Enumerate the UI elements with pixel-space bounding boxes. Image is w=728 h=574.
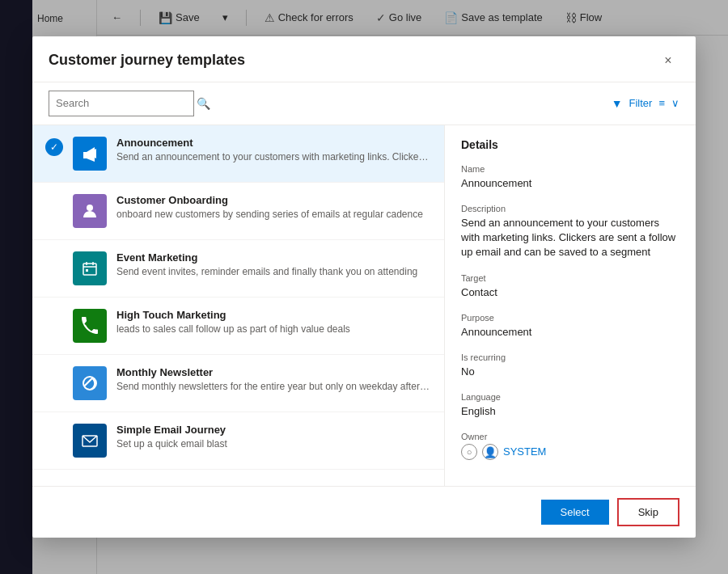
details-heading: Details [461, 138, 679, 151]
detail-recurring-label: Is recurring [461, 352, 679, 362]
detail-description-value: Send an announcement to your customers w… [461, 216, 679, 260]
simple-email-name: Simple Email Journey [116, 424, 431, 436]
dialog-body: ✓ Announcement Send an announcement to y… [32, 125, 696, 487]
search-box[interactable]: 🔍 [49, 91, 194, 116]
detail-language-value: English [461, 404, 679, 419]
high-touch-icon [73, 309, 107, 343]
detail-name-label: Name [461, 164, 679, 174]
template-item-customer-onboarding[interactable]: Customer Onboarding onboard new customer… [32, 183, 444, 240]
template-item-high-touch[interactable]: High Touch Marketing leads to sales call… [32, 298, 444, 355]
high-touch-text: High Touch Marketing leads to sales call… [116, 309, 431, 335]
announcement-text: Announcement Send an announcement to you… [116, 137, 431, 162]
event-marketing-name: Event Marketing [116, 251, 431, 264]
detail-language-field: Language English [461, 392, 679, 419]
selected-check-icon: ✓ [45, 138, 63, 156]
template-item-announcement[interactable]: ✓ Announcement Send an announcement to y… [32, 125, 444, 183]
search-input[interactable] [56, 97, 192, 109]
detail-owner-value[interactable]: SYSTEM [503, 445, 546, 459]
detail-purpose-value: Announcement [461, 325, 679, 340]
dialog-toolbar: 🔍 ▼ Filter ≡ ∨ [32, 82, 696, 125]
skip-button[interactable]: Skip [617, 498, 679, 526]
customer-onboarding-name: Customer Onboarding [116, 194, 431, 206]
event-marketing-icon [73, 251, 107, 285]
sort-icon: ≡ [658, 97, 665, 109]
detail-purpose-field: Purpose Announcement [461, 313, 679, 340]
customer-onboarding-text: Customer Onboarding onboard new customer… [116, 194, 431, 220]
modal-overlay: Customer journey templates × 🔍 ▼ Filter … [0, 0, 728, 574]
svg-rect-1 [83, 264, 96, 275]
announcement-desc: Send an announcement to your customers w… [116, 151, 431, 162]
event-marketing-text: Event Marketing Send event invites, remi… [116, 251, 431, 277]
owner-person-icon: 👤 [482, 444, 498, 460]
template-item-simple-email[interactable]: Simple Email Journey Set up a quick emai… [32, 412, 444, 470]
detail-language-label: Language [461, 392, 679, 402]
details-panel: Details Name Announcement Description Se… [445, 125, 696, 487]
event-marketing-desc: Send event invites, reminder emails and … [116, 266, 431, 277]
svg-point-0 [87, 205, 93, 211]
detail-description-field: Description Send an announcement to your… [461, 204, 679, 260]
announcement-name: Announcement [116, 137, 431, 149]
monthly-newsletter-text: Monthly Newsletter Send monthly newslett… [116, 366, 431, 392]
filter-icon: ▼ [612, 97, 623, 110]
owner-circle-icon: ○ [461, 444, 477, 460]
dialog-header: Customer journey templates × [32, 36, 696, 82]
detail-owner-field: Owner ○ 👤 SYSTEM [461, 432, 679, 460]
detail-purpose-label: Purpose [461, 313, 679, 323]
owner-row: ○ 👤 SYSTEM [461, 444, 679, 460]
customer-onboarding-desc: onboard new customers by sending series … [116, 209, 431, 220]
monthly-newsletter-name: Monthly Newsletter [116, 366, 431, 378]
select-button[interactable]: Select [541, 500, 609, 525]
filter-button[interactable]: ▼ Filter ≡ ∨ [612, 97, 679, 110]
monthly-newsletter-icon [73, 366, 107, 400]
detail-recurring-value: No [461, 365, 679, 379]
high-touch-desc: leads to sales call follow up as part of… [116, 323, 431, 335]
dialog: Customer journey templates × 🔍 ▼ Filter … [32, 36, 696, 538]
empty-check-2 [45, 251, 63, 269]
svg-rect-2 [86, 269, 88, 272]
close-button[interactable]: × [657, 49, 679, 72]
detail-target-value: Contact [461, 285, 679, 300]
template-list: ✓ Announcement Send an announcement to y… [32, 125, 445, 487]
detail-name-value: Announcement [461, 176, 679, 191]
search-icon[interactable]: 🔍 [197, 97, 210, 110]
template-item-event-marketing[interactable]: Event Marketing Send event invites, remi… [32, 240, 444, 298]
simple-email-icon [73, 424, 107, 458]
detail-recurring-field: Is recurring No [461, 352, 679, 379]
dialog-title: Customer journey templates [49, 52, 245, 69]
chevron-down-icon: ∨ [671, 97, 679, 109]
detail-name-field: Name Announcement [461, 164, 679, 191]
detail-description-label: Description [461, 204, 679, 213]
detail-target-label: Target [461, 273, 679, 283]
detail-target-field: Target Contact [461, 273, 679, 300]
dialog-footer: Select Skip [32, 486, 696, 538]
monthly-newsletter-desc: Send monthly newsletters for the entire … [116, 381, 431, 392]
template-item-monthly-newsletter[interactable]: Monthly Newsletter Send monthly newslett… [32, 355, 444, 412]
empty-check-5 [45, 424, 63, 441]
empty-check-1 [45, 194, 63, 212]
empty-check-4 [45, 366, 63, 384]
empty-check-3 [45, 309, 63, 327]
high-touch-name: High Touch Marketing [116, 309, 431, 321]
announcement-icon [73, 137, 107, 171]
simple-email-desc: Set up a quick email blast [116, 438, 431, 449]
customer-onboarding-icon [73, 194, 107, 228]
detail-owner-label: Owner [461, 432, 679, 441]
simple-email-text: Simple Email Journey Set up a quick emai… [116, 424, 431, 449]
